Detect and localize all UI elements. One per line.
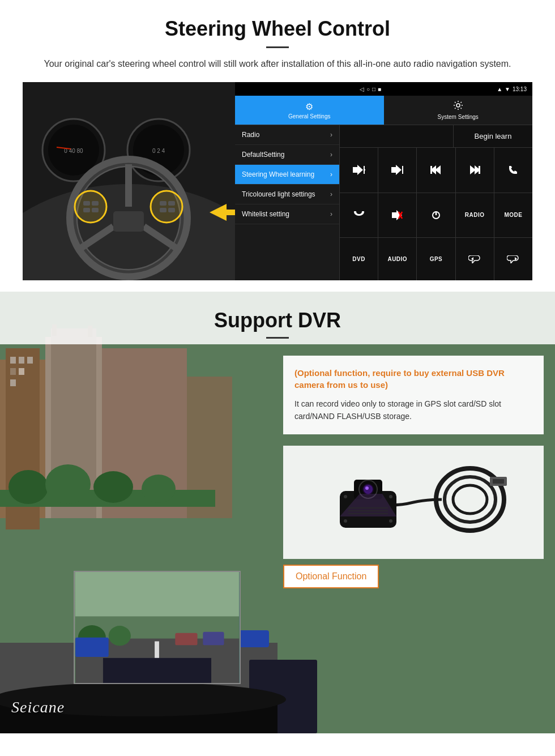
- seicane-logo-area: Seicane: [11, 698, 65, 716]
- svg-rect-17: [92, 201, 99, 206]
- ctrl-vol-down[interactable]: [378, 148, 416, 193]
- ctrl-vol-up[interactable]: [340, 148, 378, 193]
- svg-marker-31: [396, 165, 402, 175]
- svg-rect-13: [113, 211, 144, 232]
- system-settings-label: System Settings: [438, 114, 479, 120]
- dvr-footage-svg: [75, 572, 240, 683]
- svg-rect-85: [203, 632, 224, 646]
- menu-tricoloured-arrow: ›: [330, 190, 332, 198]
- ctrl-mode[interactable]: MODE: [494, 193, 532, 238]
- svg-rect-39: [392, 212, 396, 218]
- svg-point-103: [389, 519, 392, 523]
- menu-steering-label: Steering Wheel learning: [242, 170, 314, 178]
- svg-rect-20: [160, 201, 166, 206]
- menu-tricoloured-label: Tricoloured light settings: [242, 190, 315, 198]
- svg-rect-35: [430, 166, 432, 174]
- dvr-left-panel: [0, 344, 272, 729]
- ctrl-power[interactable]: [417, 193, 455, 238]
- tab-general-settings[interactable]: ⚙ General Settings: [235, 96, 384, 125]
- svg-point-101: [389, 495, 392, 498]
- steering-section: Steering Wheel Control Your original car…: [0, 0, 555, 292]
- svg-rect-80: [155, 642, 159, 658]
- nav-back-icon: ◁: [360, 86, 364, 92]
- settings-tabs: ⚙ General Settings System Settings: [235, 96, 532, 125]
- nav-home-icon: ○: [366, 86, 370, 92]
- svg-rect-84: [175, 633, 197, 646]
- status-bar: ◁ ○ □ ■ ▲ ▼ 13:13: [235, 82, 532, 96]
- ctrl-phone[interactable]: [494, 148, 532, 193]
- menu-item-radio[interactable]: Radio ›: [235, 125, 339, 145]
- dvr-camera-svg: [317, 449, 510, 556]
- menu-whitelist-arrow: ›: [330, 210, 332, 218]
- ctrl-phone-next[interactable]: [494, 238, 532, 280]
- steering-title: Steering Wheel Control: [23, 17, 532, 41]
- seicane-logo-text: Seicane: [11, 698, 65, 716]
- menu-item-whitelist[interactable]: Whitelist setting ›: [235, 204, 339, 224]
- svg-point-102: [344, 519, 347, 523]
- begin-learn-row: Begin learn: [340, 125, 532, 148]
- dvr-title-divider: [266, 337, 289, 339]
- settings-menu: Radio › DefaultSetting › Steering Wheel …: [235, 125, 340, 280]
- svg-rect-19: [92, 208, 99, 212]
- svg-point-14: [75, 191, 106, 223]
- optional-function-area: Optional Function: [283, 565, 544, 594]
- svg-rect-86: [75, 638, 109, 657]
- svg-rect-87: [103, 658, 211, 683]
- svg-rect-23: [168, 208, 175, 212]
- svg-rect-18: [83, 208, 90, 212]
- ctrl-audio[interactable]: AUDIO: [378, 238, 416, 280]
- general-settings-icon: ⚙: [305, 101, 313, 112]
- begin-learn-button[interactable]: Begin learn: [453, 125, 532, 147]
- svg-rect-92: [493, 479, 504, 484]
- android-ui: ◁ ○ □ ■ ▲ ▼ 13:13 ⚙ General Settings: [235, 82, 532, 280]
- dvr-info-box: (Optional function, require to buy exter…: [283, 356, 544, 434]
- svg-marker-27: [357, 165, 363, 175]
- system-settings-icon: [453, 100, 463, 113]
- status-icons: ◁ ○ □ ■ ▲ ▼ 13:13: [360, 86, 527, 92]
- tab-system-settings[interactable]: System Settings: [384, 96, 533, 125]
- dvr-title-area: Support DVR: [0, 292, 555, 344]
- svg-point-15: [151, 191, 182, 223]
- menu-item-tricoloured[interactable]: Tricoloured light settings ›: [235, 185, 339, 204]
- status-time: 13:13: [513, 86, 527, 92]
- svg-rect-78: [75, 572, 239, 616]
- ctrl-mute[interactable]: [378, 193, 416, 238]
- svg-marker-45: [471, 257, 473, 260]
- svg-rect-16: [83, 201, 90, 206]
- steering-description: Your original car's steering wheel contr…: [34, 57, 521, 71]
- svg-point-83: [109, 626, 131, 646]
- svg-rect-26: [353, 167, 357, 173]
- dvr-optional-text: (Optional function, require to buy exter…: [294, 367, 532, 391]
- menu-item-steering-learning[interactable]: Steering Wheel learning ›: [235, 165, 339, 185]
- dvr-content-overlay: (Optional function, require to buy exter…: [0, 344, 555, 729]
- svg-point-90: [453, 485, 487, 514]
- ctrl-radio[interactable]: RADIO: [456, 193, 494, 238]
- menu-whitelist-label: Whitelist setting: [242, 210, 289, 218]
- optional-function-badge: Optional Function: [283, 565, 379, 588]
- menu-steering-arrow: ›: [330, 170, 332, 178]
- ctrl-hangup[interactable]: [340, 193, 378, 238]
- nav-menu-icon: ■: [378, 86, 381, 92]
- svg-rect-30: [391, 167, 396, 173]
- dvr-title: Support DVR: [0, 309, 555, 332]
- title-divider-1: [266, 46, 289, 48]
- dvr-section: Support DVR: [0, 292, 555, 733]
- ctrl-phone-prev[interactable]: [456, 238, 494, 280]
- signal-icon: ▲: [497, 86, 502, 92]
- dvr-camera-image: [283, 446, 544, 559]
- menu-default-label: DefaultSetting: [242, 151, 284, 159]
- nav-recents-icon: □: [372, 86, 375, 92]
- menu-item-default[interactable]: DefaultSetting ›: [235, 145, 339, 165]
- seicane-logo: Seicane: [11, 698, 65, 716]
- menu-radio-label: Radio: [242, 131, 259, 139]
- svg-point-100: [344, 495, 347, 498]
- svg-rect-22: [160, 208, 166, 212]
- car-interior-svg: 0 40 80 0 2 4: [23, 82, 235, 280]
- ctrl-prev[interactable]: [417, 148, 455, 193]
- steering-car-image: 0 40 80 0 2 4: [23, 82, 235, 280]
- ctrl-dvd[interactable]: DVD: [340, 238, 378, 280]
- ctrl-next[interactable]: [456, 148, 494, 193]
- ctrl-gps[interactable]: GPS: [417, 238, 455, 280]
- settings-body: Radio › DefaultSetting › Steering Wheel …: [235, 125, 532, 280]
- dvr-right-panel: (Optional function, require to buy exter…: [272, 344, 555, 729]
